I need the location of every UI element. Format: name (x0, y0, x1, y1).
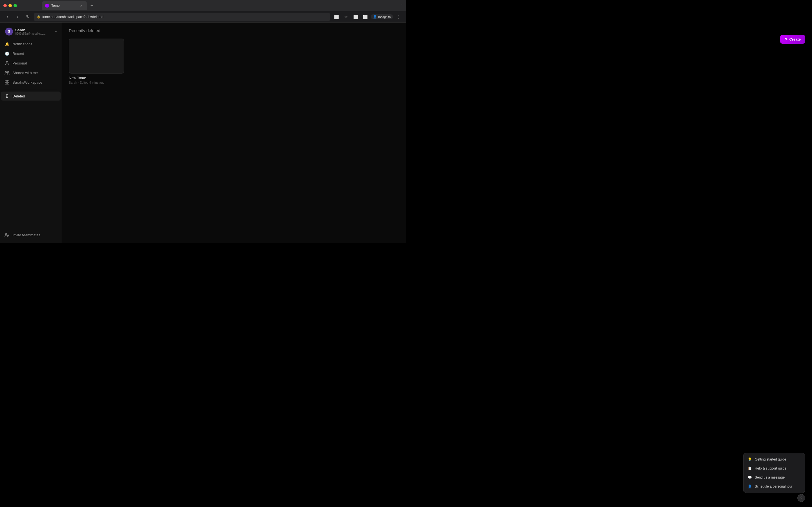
page-title: Recently deleted (69, 28, 399, 33)
avatar: S (5, 27, 13, 36)
sidebar-item-label: Deleted (12, 94, 25, 98)
incognito-label: Incognito (378, 15, 391, 18)
cast-icon[interactable]: ⬜ (333, 13, 340, 21)
tab-bar: Tome ✕ + ⌄ (19, 1, 96, 11)
person-icon (4, 61, 10, 66)
tome-card[interactable]: New Tome Sarah · Edited 4 mins ago (69, 39, 124, 84)
people-icon (4, 70, 10, 75)
tomes-grid: New Tome Sarah · Edited 4 mins ago (69, 39, 399, 84)
user-info: Sarah 8263e52a@moodjoy.c... (15, 28, 53, 35)
trash-icon (4, 94, 10, 99)
url-text: tome.app/sarahsworkspace?tab=deleted (42, 15, 103, 19)
sidebar-item-personal[interactable]: Personal (1, 59, 61, 68)
svg-point-0 (6, 61, 8, 63)
extensions-icon[interactable]: ⬜ (352, 13, 359, 21)
back-button[interactable]: ‹ (3, 13, 11, 21)
sidebar-item-label: SarahsWorkspace (12, 80, 42, 84)
tome-thumbnail (69, 39, 124, 73)
nav-divider (4, 89, 57, 89)
tab-favicon (45, 4, 49, 8)
bell-icon: 🔔 (4, 41, 10, 47)
tab-title: Tome (51, 4, 77, 8)
user-email: 8263e52a@moodjoy.c... (15, 32, 53, 35)
maximize-button[interactable] (13, 4, 17, 7)
new-tab-button[interactable]: + (88, 2, 96, 10)
menu-icon[interactable]: ⋮ (395, 13, 403, 21)
split-view-icon[interactable]: ⬜ (361, 13, 369, 21)
main-content: Recently deleted New Tome Sarah · Edited… (62, 22, 406, 243)
svg-rect-6 (7, 82, 9, 84)
sidebar: S Sarah 8263e52a@moodjoy.c... ▾ 🔔 Notifi… (0, 22, 62, 243)
sidebar-item-workspace[interactable]: SarahsWorkspace (1, 78, 61, 87)
sidebar-item-label: Personal (12, 61, 27, 65)
minimize-button[interactable] (8, 4, 12, 7)
sidebar-item-invite[interactable]: Invite teammates (1, 230, 61, 239)
sidebar-item-deleted[interactable]: Deleted (1, 92, 61, 101)
invite-icon (4, 232, 10, 237)
chevron-down-icon: ▾ (55, 30, 57, 33)
traffic-lights (3, 4, 17, 7)
sidebar-item-shared[interactable]: Shared with me (1, 68, 61, 77)
sidebar-bottom: Invite teammates (0, 230, 62, 240)
reload-button[interactable]: ↻ (24, 13, 32, 21)
svg-point-2 (7, 71, 9, 73)
sidebar-item-label: Invite teammates (12, 233, 40, 237)
forward-button[interactable]: › (13, 13, 21, 21)
browser-tab[interactable]: Tome ✕ (42, 1, 87, 10)
app-container: S Sarah 8263e52a@moodjoy.c... ▾ 🔔 Notifi… (0, 22, 406, 243)
user-header[interactable]: S Sarah 8263e52a@moodjoy.c... ▾ (1, 26, 61, 37)
incognito-avatar: 👤 (373, 15, 377, 18)
close-button[interactable] (3, 4, 7, 7)
browser-titlebar: Tome ✕ + ⌄ (0, 0, 406, 11)
clock-icon: 🕐 (4, 51, 10, 56)
tome-name: New Tome (69, 76, 124, 80)
browser-toolbar: ‹ › ↻ 🔒 tome.app/sarahsworkspace?tab=del… (0, 11, 406, 22)
svg-rect-5 (5, 82, 7, 84)
svg-rect-4 (7, 80, 9, 82)
browser-chrome: Tome ✕ + ⌄ ‹ › ↻ 🔒 tome.app/sarahsworksp… (0, 0, 406, 22)
bookmark-icon[interactable]: ☆ (342, 13, 350, 21)
svg-rect-3 (5, 80, 7, 82)
tab-close-button[interactable]: ✕ (79, 3, 84, 8)
sidebar-nav: 🔔 Notifications 🕐 Recent Personal (0, 40, 62, 226)
sidebar-item-notifications[interactable]: 🔔 Notifications (1, 40, 61, 48)
grid-icon (4, 80, 10, 85)
sidebar-item-label: Recent (12, 52, 24, 56)
toolbar-actions: ⬜ ☆ ⬜ ⬜ 👤 Incognito ⋮ (333, 13, 403, 21)
sidebar-item-label: Shared with me (12, 71, 38, 75)
tome-meta: Sarah · Edited 4 mins ago (69, 81, 124, 84)
user-name: Sarah (15, 28, 53, 32)
address-bar[interactable]: 🔒 tome.app/sarahsworkspace?tab=deleted (34, 13, 330, 21)
incognito-badge: 👤 Incognito (371, 14, 393, 19)
svg-point-7 (6, 233, 7, 235)
sidebar-item-label: Notifications (12, 42, 33, 46)
svg-point-1 (6, 71, 7, 73)
ssl-icon: 🔒 (37, 15, 41, 18)
tab-expand-icon[interactable]: ⌄ (401, 2, 404, 6)
sidebar-item-recent[interactable]: 🕐 Recent (1, 49, 61, 58)
